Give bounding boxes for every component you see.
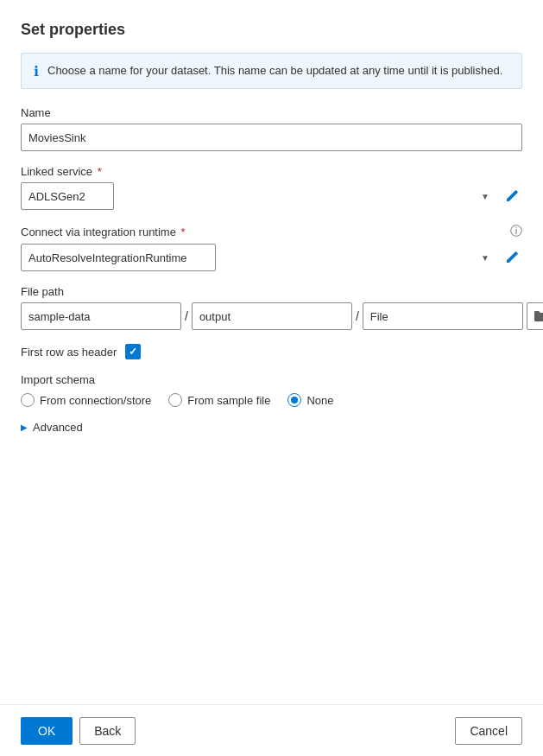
page-title: Set properties [21, 21, 522, 39]
integration-runtime-group: Connect via integration runtime * ⓘ Auto… [21, 224, 522, 271]
linked-service-group: Linked service * ADLSGen2 ▼ [21, 165, 522, 210]
back-button[interactable]: Back [79, 717, 136, 745]
file-path-row: / / ▼ [21, 302, 522, 330]
radio-option-connection[interactable]: From connection/store [21, 393, 151, 407]
page-container: Set properties ℹ Choose a name for your … [0, 0, 543, 756]
radio-outer-none [287, 393, 301, 407]
integration-runtime-label: Connect via integration runtime * [21, 226, 186, 238]
name-label: Name [21, 106, 522, 119]
linked-service-select-container: ADLSGen2 ▼ [21, 182, 496, 210]
file-path-subfolder-input[interactable] [192, 302, 352, 330]
file-path-browse-button[interactable] [527, 302, 543, 330]
path-separator-1: / [185, 309, 188, 323]
import-schema-options: From connection/store From sample file N… [21, 393, 522, 407]
radio-inner-none [291, 397, 298, 403]
checkmark-icon: ✓ [129, 346, 137, 358]
integration-runtime-wrapper: AutoResolveIntegrationRuntime ▼ [21, 244, 522, 271]
import-schema-label: Import schema [21, 373, 522, 386]
folder-icon [534, 310, 543, 322]
radio-option-none[interactable]: None [287, 393, 333, 407]
linked-service-wrapper: ADLSGen2 ▼ [21, 182, 522, 210]
pencil-icon-2 [505, 251, 519, 264]
integration-runtime-chevron-icon: ▼ [481, 253, 489, 263]
radio-outer-connection [21, 393, 35, 407]
file-path-group: File path / / ▼ [21, 285, 522, 330]
name-group: Name [21, 106, 522, 151]
radio-label-connection: From connection/store [40, 394, 151, 407]
info-icon: ℹ [34, 63, 39, 79]
first-row-header-row: First row as header ✓ [21, 344, 522, 359]
ok-button[interactable]: OK [21, 717, 73, 745]
file-path-file-input[interactable] [363, 302, 523, 330]
linked-service-label: Linked service * [21, 165, 522, 178]
integration-runtime-select[interactable]: AutoResolveIntegrationRuntime [21, 244, 216, 271]
radio-outer-sample-file [168, 393, 182, 407]
name-input[interactable] [21, 124, 522, 151]
advanced-label: Advanced [33, 421, 83, 434]
footer: OK Back Cancel [0, 704, 543, 756]
info-circle-icon[interactable]: ⓘ [510, 224, 522, 239]
integration-runtime-edit-button[interactable] [502, 247, 522, 268]
linked-service-edit-button[interactable] [502, 186, 522, 206]
info-banner: ℹ Choose a name for your dataset. This n… [21, 53, 522, 89]
path-separator-2: / [356, 309, 359, 323]
pencil-icon [505, 189, 519, 203]
integration-runtime-select-container: AutoResolveIntegrationRuntime ▼ [21, 244, 496, 271]
file-path-label: File path [21, 285, 522, 298]
linked-service-select[interactable]: ADLSGen2 [21, 182, 114, 210]
cancel-button[interactable]: Cancel [455, 717, 522, 745]
first-row-header-checkbox[interactable]: ✓ [125, 344, 141, 359]
radio-label-sample-file: From sample file [187, 394, 270, 407]
file-path-folder-input[interactable] [21, 302, 181, 330]
integration-runtime-label-row: Connect via integration runtime * ⓘ [21, 224, 522, 239]
linked-service-chevron-icon: ▼ [481, 192, 489, 201]
info-banner-text: Choose a name for your dataset. This nam… [47, 62, 502, 79]
import-schema-group: Import schema From connection/store From… [21, 373, 522, 407]
radio-label-none: None [306, 394, 333, 407]
radio-option-sample-file[interactable]: From sample file [168, 393, 270, 407]
advanced-triangle-icon: ▶ [21, 422, 28, 432]
advanced-row[interactable]: ▶ Advanced [21, 421, 522, 434]
first-row-header-label: First row as header [21, 346, 117, 359]
